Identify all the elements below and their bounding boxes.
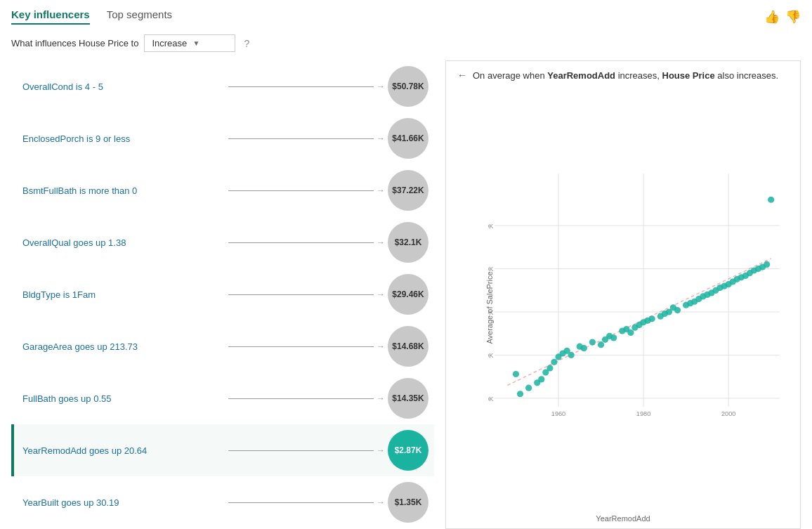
header-icons: 👍 👎 — [764, 9, 801, 25]
svg-point-35 — [610, 334, 617, 341]
influencer-row[interactable]: YearBuilt goes up 30.19→$1.35K — [11, 476, 434, 528]
filter-dropdown[interactable]: Increase ▼ — [144, 34, 235, 52]
influencer-line — [228, 242, 374, 243]
influencer-bar: →$1.35K — [225, 482, 428, 523]
influencer-bar: →$41.66K — [225, 118, 428, 159]
tab-bar: Key influencers Top segments — [11, 8, 172, 25]
svg-point-32 — [598, 341, 604, 348]
influencer-bubble: $14.68K — [388, 326, 428, 367]
influencer-row[interactable]: BldgType is 1Fam→$29.46K — [11, 268, 434, 320]
scatter-chart: $100K$150K$200K$250K$300K196019802000 — [488, 93, 786, 500]
svg-text:2000: 2000 — [721, 410, 735, 417]
influencer-bar: →$37.22K — [225, 170, 428, 211]
influencer-bubble: $14.35K — [388, 378, 428, 419]
svg-text:$150K: $150K — [488, 352, 494, 359]
main-content: OverallCond is 4 - 5→$50.78KEnclosedPorc… — [11, 60, 801, 529]
influencer-line — [228, 86, 374, 87]
svg-point-69 — [768, 197, 774, 203]
influencer-line — [228, 398, 374, 399]
arrow-icon: → — [376, 445, 385, 455]
arrow-icon: → — [376, 81, 385, 91]
influencer-row[interactable]: EnclosedPorch is 9 or less→$41.66K — [11, 112, 434, 164]
svg-text:1980: 1980 — [636, 410, 650, 417]
y-axis-label: Average of SalePrice — [485, 271, 494, 344]
header: Key influencers Top segments 👍 👎 — [11, 8, 801, 25]
svg-point-24 — [551, 359, 557, 365]
svg-point-21 — [538, 376, 544, 382]
thumbs-up-icon[interactable]: 👍 — [764, 9, 780, 25]
influencer-line — [228, 190, 374, 191]
svg-point-48 — [674, 307, 681, 313]
influencer-row[interactable]: BsmtFullBath is more than 0→$37.22K — [11, 164, 434, 216]
influencer-label: FullBath goes up 0.55 — [22, 393, 225, 404]
back-button[interactable]: ← — [457, 70, 467, 81]
chart-area: Average of SalePrice YearRemodAdd $100K$… — [446, 86, 800, 528]
influencer-bubble: $32.1K — [388, 222, 428, 263]
influencer-line — [228, 450, 374, 451]
influencer-label: BldgType is 1Fam — [22, 289, 225, 300]
svg-point-68 — [764, 261, 770, 268]
influencer-row[interactable]: OverallCond is 4 - 5→$50.78K — [11, 60, 434, 112]
influencer-label: EnclosedPorch is 9 or less — [22, 133, 225, 144]
influencer-line — [228, 502, 374, 503]
influencer-row[interactable]: YearRemodAdd goes up 20.64→$2.87K — [11, 424, 434, 476]
influencer-bubble: $50.78K — [388, 66, 428, 107]
svg-point-30 — [581, 345, 587, 351]
influencer-label: YearRemodAdd goes up 20.64 — [22, 445, 225, 456]
influencer-bubble: $2.87K — [388, 430, 428, 471]
chart-title: On average when YearRemodAdd increases, … — [473, 70, 778, 81]
svg-point-19 — [525, 385, 532, 391]
svg-point-43 — [649, 315, 655, 322]
svg-point-23 — [546, 365, 553, 371]
arrow-icon: → — [376, 185, 385, 195]
influencer-bar: →$14.68K — [225, 326, 428, 367]
svg-point-17 — [513, 371, 519, 377]
svg-point-18 — [517, 391, 523, 397]
x-axis-label: YearRemodAdd — [596, 514, 650, 523]
chart-header: ← On average when YearRemodAdd increases… — [446, 61, 800, 86]
influencer-label: YearBuilt goes up 30.19 — [22, 497, 225, 508]
influencer-bubble: $1.35K — [388, 482, 428, 523]
influencer-bar: →$14.35K — [225, 378, 428, 419]
chevron-down-icon: ▼ — [192, 39, 228, 47]
influencer-bar: →$32.1K — [225, 222, 428, 263]
influencer-bubble: $29.46K — [388, 274, 428, 315]
svg-point-31 — [589, 339, 596, 345]
influencer-label: BsmtFullBath is more than 0 — [22, 185, 225, 196]
arrow-icon: → — [376, 289, 385, 299]
filter-label: What influences House Price to — [11, 38, 138, 48]
arrow-icon: → — [376, 133, 385, 143]
influencer-row[interactable]: FullBath goes up 0.55→$14.35K — [11, 372, 434, 424]
influencer-label: OverallQual goes up 1.38 — [22, 237, 225, 248]
influencer-bar: →$29.46K — [225, 274, 428, 315]
influencer-line — [228, 294, 374, 295]
influencer-bubble: $41.66K — [388, 118, 428, 159]
influencer-line — [228, 346, 374, 347]
help-icon[interactable]: ? — [244, 38, 249, 49]
influencer-row[interactable]: GarageArea goes up 213.73→$14.68K — [11, 320, 434, 372]
tab-key-influencers[interactable]: Key influencers — [11, 8, 90, 25]
thumbs-down-icon[interactable]: 👎 — [785, 9, 801, 25]
svg-text:$300K: $300K — [488, 223, 494, 230]
arrow-icon: → — [376, 497, 385, 507]
influencer-label: GarageArea goes up 213.73 — [22, 341, 225, 352]
influencer-row[interactable]: OverallQual goes up 1.38→$32.1K — [11, 216, 434, 268]
influencer-line — [228, 138, 374, 139]
influencers-list: OverallCond is 4 - 5→$50.78KEnclosedPorc… — [11, 60, 440, 529]
svg-text:$100K: $100K — [488, 396, 494, 403]
dropdown-value: Increase — [152, 38, 187, 48]
filter-row: What influences House Price to Increase … — [11, 34, 801, 52]
chart-panel: ← On average when YearRemodAdd increases… — [445, 60, 801, 529]
influencer-bubble: $37.22K — [388, 170, 428, 211]
svg-point-38 — [627, 329, 634, 336]
arrow-icon: → — [376, 341, 385, 351]
tab-top-segments[interactable]: Top segments — [107, 8, 172, 25]
arrow-icon: → — [376, 393, 385, 403]
svg-text:1960: 1960 — [551, 410, 565, 417]
svg-point-28 — [568, 352, 575, 358]
influencer-label: OverallCond is 4 - 5 — [22, 81, 225, 92]
influencer-bar: →$2.87K — [225, 430, 428, 471]
arrow-icon: → — [376, 237, 385, 247]
influencer-bar: →$50.78K — [225, 66, 428, 107]
